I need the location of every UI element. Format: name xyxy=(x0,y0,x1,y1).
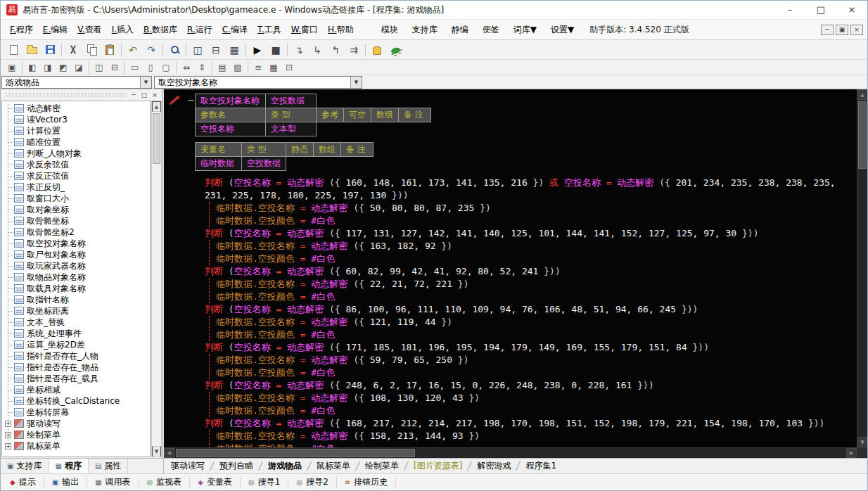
panel-grip[interactable] xyxy=(5,94,127,96)
table-cell[interactable]: 参数名 xyxy=(196,108,266,122)
step-out-button[interactable]: ↰ xyxy=(326,42,345,58)
scroll-up-button[interactable]: ▲ xyxy=(152,101,161,112)
plugin-menu-item[interactable]: 静编 xyxy=(445,21,476,39)
tree-item[interactable]: 坐标转换_CalcDistance xyxy=(4,395,150,407)
code-line[interactable]: 临时数据.空投名称 = 动态解密 ({ 121, 119, 44 }) xyxy=(216,316,854,329)
expand-icon[interactable]: + xyxy=(5,421,11,427)
pause-button[interactable] xyxy=(368,42,386,58)
align-left-button[interactable]: ◧ xyxy=(25,60,40,74)
code-line[interactable]: 判断 (空投名称 = 动态解密 ({ 160, 148, 161, 173, 1… xyxy=(195,177,854,202)
undo-button[interactable]: ↶ xyxy=(124,42,142,58)
dock-float-button[interactable]: □ xyxy=(139,91,149,100)
same-height-button[interactable]: ▯ xyxy=(143,60,158,74)
step-over-button[interactable]: ↳ xyxy=(308,42,326,58)
code-tab[interactable]: 解密游戏 xyxy=(470,459,518,473)
code-tab[interactable]: 绘制菜单 xyxy=(358,459,406,473)
table-cell[interactable]: 空投名称 xyxy=(196,122,266,136)
tree-item[interactable]: 动态解密 xyxy=(4,103,150,114)
scroll-down-button[interactable]: ▼ xyxy=(152,446,161,457)
subroutine-selector[interactable]: 取空投对象名称 ▼ xyxy=(154,76,362,89)
code-line[interactable]: 临时数据.空投名称 = 动态解密 ({ 22, 21, 72, 221 }) xyxy=(216,278,854,291)
scroll-right-button[interactable]: ▶ xyxy=(846,448,857,458)
scroll-thumb[interactable] xyxy=(858,101,867,169)
tree-item[interactable]: 系统_处理事件 xyxy=(4,328,150,339)
center-in-form-button[interactable]: ⊡ xyxy=(281,60,297,74)
tree-item[interactable]: 取空投对象名称 xyxy=(4,238,150,249)
align-top-button[interactable]: ◩ xyxy=(56,60,71,74)
tree-item[interactable]: 瞄准位置 xyxy=(4,136,150,148)
variable-table-panel[interactable]: ◈变量表 xyxy=(190,477,241,488)
tree-item[interactable]: 取指针名称 xyxy=(4,294,150,305)
code-line[interactable]: 判断 (空投名称 = 动态解密 ({ 171, 185, 181, 196, 1… xyxy=(195,341,854,354)
code-tab[interactable]: 游戏物品 xyxy=(261,459,309,473)
tab-support-lib[interactable]: ▣支持库 xyxy=(1,459,49,473)
code-line[interactable]: 临时数据.空投颜色 = #白色 xyxy=(216,253,854,265)
debug-run-button[interactable] xyxy=(386,42,404,58)
code-tab[interactable]: 预判自瞄 xyxy=(212,459,260,473)
code-tab[interactable]: 驱动读写 xyxy=(164,459,212,473)
maximize-button[interactable]: □ xyxy=(805,1,836,19)
table-cell[interactable]: 备 注 xyxy=(399,108,431,122)
table-cell[interactable]: 备 注 xyxy=(341,143,374,157)
tree-item[interactable]: 取对象坐标 xyxy=(4,204,150,215)
search1-panel[interactable]: ◎搜寻1 xyxy=(241,477,288,488)
same-size-button[interactable]: ▢ xyxy=(158,60,174,74)
center-horizontal-button[interactable]: ◫ xyxy=(91,60,107,74)
find-button[interactable] xyxy=(165,42,184,58)
watch-table-panel[interactable]: ◎监视表 xyxy=(139,477,191,488)
hint-panel[interactable]: ◆提示 xyxy=(2,477,44,488)
tree-scrollbar[interactable]: ▲ ▼ xyxy=(151,101,162,457)
new-file-button[interactable] xyxy=(4,42,23,58)
code-line[interactable]: 判断 (空投名称 = 动态解密 ({ 60, 82, 99, 42, 41, 9… xyxy=(195,265,854,278)
align-right-button[interactable]: ◨ xyxy=(40,60,56,74)
code-line[interactable]: 临时数据.空投名称 = 动态解密 ({ 108, 130, 120, 43 }) xyxy=(216,392,854,404)
paste-button[interactable] xyxy=(101,42,119,58)
cut-button[interactable] xyxy=(64,42,82,58)
run-button[interactable]: ▶ xyxy=(248,42,267,58)
redo-button[interactable]: ↷ xyxy=(142,42,160,58)
code-line[interactable]: 临时数据.空投名称 = 动态解密 ({ 50, 80, 80, 87, 235 … xyxy=(216,202,854,215)
menu-item[interactable]: C.编译 xyxy=(217,21,253,39)
output-panel[interactable]: ▣输出 xyxy=(44,477,87,488)
plugin-menu-item[interactable]: 支持库 xyxy=(405,21,445,39)
menu-item[interactable]: I.插入 xyxy=(107,21,139,39)
tree-item[interactable]: 指针是否存在_载具 xyxy=(4,373,150,384)
code-tab[interactable]: 鼠标菜单 xyxy=(309,459,357,473)
code-line[interactable]: 临时数据.空投名称 = 动态解密 ({ 59, 79, 65, 250 }) xyxy=(216,354,854,366)
close-button[interactable]: × xyxy=(836,1,867,19)
code-line[interactable]: 判断 (空投名称 = 动态解密 ({ 168, 217, 212, 214, 2… xyxy=(195,417,854,430)
run-to-cursor-button[interactable]: ⇉ xyxy=(345,42,363,58)
tree-group[interactable]: +鼠标菜单 xyxy=(4,440,150,452)
tree-item[interactable]: 取骨骼坐标 xyxy=(4,215,150,227)
expand-icon[interactable]: + xyxy=(5,443,11,449)
error-history-panel[interactable]: ≡排错历史 xyxy=(337,477,396,488)
tree-item[interactable]: 运算_坐标2D差 xyxy=(4,339,150,350)
center-vertical-button[interactable]: ⊟ xyxy=(107,60,122,74)
stop-button[interactable]: ■ xyxy=(267,42,285,58)
tree-item[interactable]: 取骨骼坐标2 xyxy=(4,227,150,238)
tree-item[interactable]: 取窗口大小 xyxy=(4,193,150,204)
menu-item[interactable]: T.工具 xyxy=(253,21,286,39)
tab-order-button[interactable]: ≡ xyxy=(250,60,266,74)
tree-item[interactable]: 取载具对象名称 xyxy=(4,283,150,294)
open-file-button[interactable] xyxy=(23,42,41,58)
step-into-button[interactable]: ↴ xyxy=(290,42,308,58)
tree-item[interactable]: 取物品对象名称 xyxy=(4,272,150,283)
same-width-button[interactable]: ▭ xyxy=(127,60,143,74)
tree-item[interactable]: 取尸包对象名称 xyxy=(4,249,150,260)
table-cell[interactable]: 数组 xyxy=(314,143,341,157)
plugin-menu-item[interactable]: 设置▼ xyxy=(544,21,581,39)
minimize-button[interactable]: – xyxy=(774,1,805,19)
module-selector[interactable]: 游戏物品 ▼ xyxy=(1,76,152,89)
tab-program[interactable]: ▦程序 xyxy=(49,459,88,473)
menu-item[interactable]: B.数据库 xyxy=(139,21,182,39)
dock-close-button[interactable]: × xyxy=(150,91,160,100)
form-designer-button[interactable]: ▣ xyxy=(4,60,20,74)
code-line[interactable]: 判断 (空投名称 = 动态解密 ({ 248, 6, 2, 17, 16, 15… xyxy=(195,379,854,392)
code-line[interactable]: 临时数据.空投颜色 = #白色 xyxy=(216,291,854,303)
scroll-down-button[interactable]: ▼ xyxy=(857,437,867,447)
call-table-panel[interactable]: ▦调用表 xyxy=(87,477,139,488)
menu-item[interactable]: F.程序 xyxy=(5,21,38,39)
tree-item[interactable]: 计算位置 xyxy=(4,125,150,136)
tree-item[interactable]: 取坐标距离 xyxy=(4,305,150,317)
